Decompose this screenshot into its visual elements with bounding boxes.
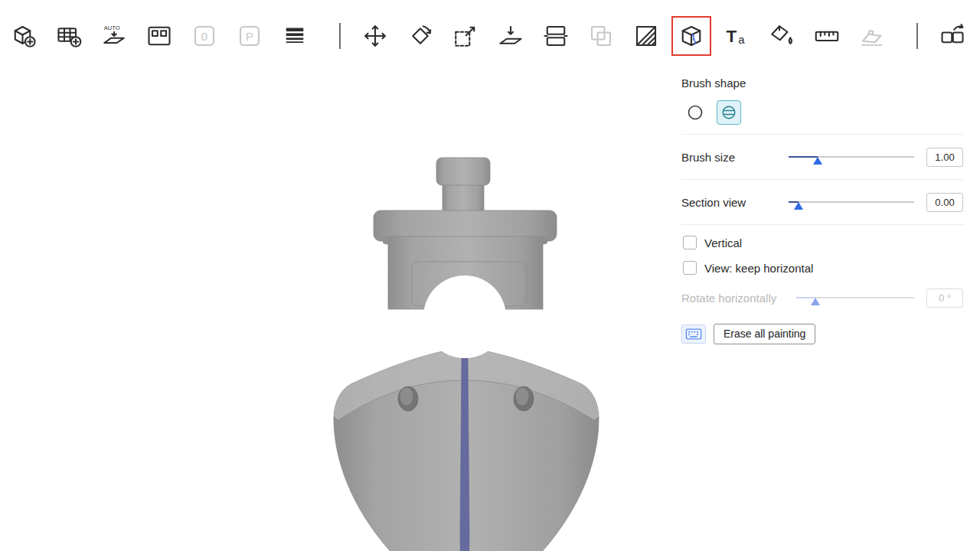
keep-horizontal-label: View: keep horizontal [704, 262, 813, 275]
slicer-window: AUTO0PTa [0, 0, 980, 551]
sphere-brush-icon [720, 104, 737, 121]
cabin-window-hole [423, 276, 506, 358]
chimney-cap [436, 158, 490, 185]
measure-button[interactable] [809, 18, 844, 54]
brush-size-value[interactable]: 1.00 [926, 148, 963, 167]
brush-shape-options [683, 100, 963, 125]
keep-horizontal-row: View: keep horizontal [683, 259, 963, 276]
svg-text:P: P [246, 30, 253, 43]
keep-horizontal-checkbox[interactable] [683, 261, 697, 275]
variable-layer-height-button[interactable] [277, 18, 312, 54]
brush-size-row: Brush size 1.00 [681, 144, 963, 170]
rotate-button[interactable] [403, 18, 438, 54]
panel-separator [681, 134, 963, 135]
seam-painting-panel: Brush shape Brush size 1.00 [671, 66, 974, 357]
section-view-value[interactable]: 0.00 [926, 193, 963, 212]
slider-thumb [811, 298, 820, 305]
benchy-model-render [312, 150, 622, 551]
slider-thumb[interactable] [813, 157, 822, 165]
move-button[interactable] [358, 18, 393, 54]
section-view-slider[interactable] [789, 195, 914, 209]
stamp-button [854, 18, 890, 54]
rotate-horizontally-label: Rotate horizontally [681, 292, 796, 305]
auto-orient-button[interactable]: AUTO [96, 18, 132, 54]
hawse-hole-right-inner [516, 388, 529, 406]
rotate-horizontally-slider [796, 291, 914, 305]
slider-thumb[interactable] [794, 202, 803, 210]
vertical-label: Vertical [704, 236, 742, 249]
support-painting-button[interactable] [629, 18, 664, 54]
assembly-view-button[interactable] [935, 18, 970, 54]
toolbar-separator [916, 23, 918, 49]
cut-button[interactable] [538, 18, 573, 54]
arrange-button[interactable] [142, 18, 177, 54]
mesh-boolean-button [583, 18, 619, 54]
slider-track[interactable] [789, 201, 914, 203]
brush-size-label: Brush size [681, 151, 789, 164]
seam-painting-button[interactable] [674, 18, 709, 54]
split-to-objects-button: 0 [187, 18, 222, 54]
scale-button[interactable] [448, 18, 483, 54]
add-plate-button[interactable] [51, 18, 87, 54]
panel-separator [681, 224, 963, 225]
rotate-horizontally-value: 0 ° [926, 289, 963, 308]
svg-text:T: T [727, 27, 737, 46]
color-painting-button[interactable] [764, 18, 799, 54]
brush-size-slider[interactable] [789, 150, 914, 164]
split-to-parts-button: P [232, 18, 267, 54]
section-view-row: Section view 0.00 [681, 189, 963, 215]
place-on-face-button[interactable] [493, 18, 528, 54]
panel-separator [681, 179, 963, 180]
hawse-hole-left-inner [400, 388, 413, 406]
circle-brush-icon [686, 103, 704, 122]
toolbar: AUTO0PTa [6, 17, 980, 55]
panel-buttons-row: Erase all painting [681, 323, 963, 344]
section-view-label: Section view [681, 196, 789, 209]
benchy-model[interactable] [312, 150, 622, 551]
rotate-horizontally-row: Rotate horizontally 0 ° [681, 285, 963, 311]
brush-shape-sphere-option[interactable] [717, 100, 741, 125]
vertical-row: Vertical [683, 234, 963, 251]
keyboard-shortcuts-button[interactable] [681, 324, 706, 344]
vertical-checkbox[interactable] [683, 236, 697, 249]
toolbar-separator [339, 23, 341, 49]
keyboard-icon [685, 328, 702, 341]
svg-text:AUTO: AUTO [104, 24, 120, 31]
add-object-button[interactable] [6, 18, 41, 54]
brush-shape-label: Brush shape [681, 77, 963, 90]
svg-text:0: 0 [201, 30, 207, 43]
svg-text:a: a [738, 33, 745, 46]
text-button[interactable]: Ta [719, 18, 754, 54]
erase-all-painting-button[interactable]: Erase all painting [714, 324, 815, 344]
brush-shape-circle-option[interactable] [683, 100, 707, 125]
seam-stripe [460, 358, 469, 551]
